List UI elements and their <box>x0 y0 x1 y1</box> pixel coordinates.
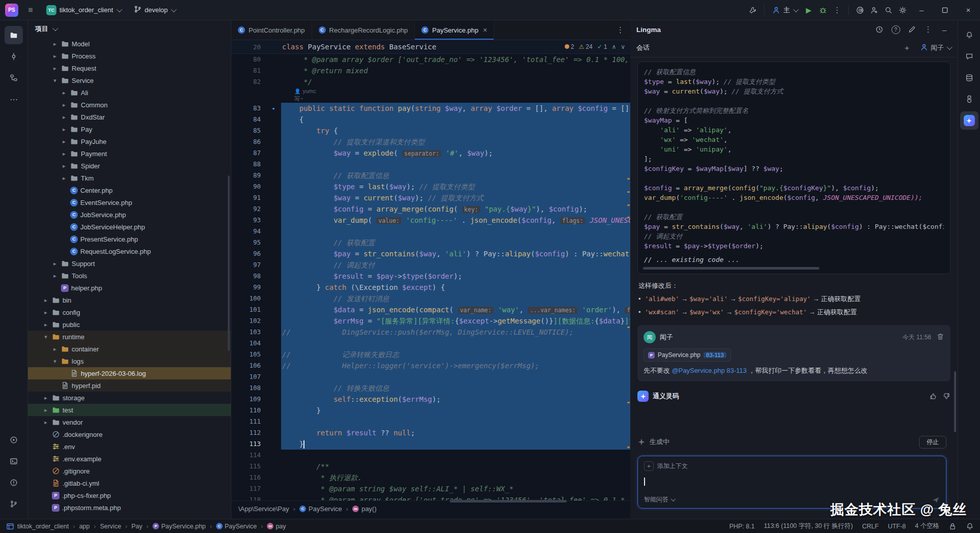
tool-assistant-button[interactable] <box>960 47 978 66</box>
tree-item-payjuhe[interactable]: ▸PayJuhe <box>28 135 231 147</box>
tool-terminal-button[interactable] <box>5 452 23 470</box>
tree-item-payment[interactable]: ▸Payment <box>28 147 231 160</box>
tree-item-hyperf-2026-03-06-log[interactable]: hyperf-2026-03-06.log <box>28 367 231 379</box>
next-issue-icon[interactable]: ∨ <box>621 43 625 50</box>
tab-pointcontroller-php[interactable]: CPointController.php <box>231 20 312 40</box>
tree-item-vendor[interactable]: ▸vendor <box>28 416 231 428</box>
thumbs-down-icon[interactable] <box>942 392 951 400</box>
tree-item-presentservice-php[interactable]: CPresentService.php <box>28 233 231 245</box>
breadcrumb-3[interactable]: mpay() <box>352 505 377 513</box>
mode-selector[interactable]: 智能问答 <box>644 495 668 504</box>
tool-structure-button[interactable] <box>5 69 23 87</box>
status-item-5[interactable]: 4 个空格 <box>915 522 939 530</box>
tree-item-request[interactable]: ▸Request <box>28 62 231 74</box>
tool-vcs-button[interactable] <box>5 495 23 513</box>
status-crumb-3[interactable]: Service <box>100 523 121 530</box>
file-reference-link[interactable]: @PayService.php 83-113 <box>672 367 747 374</box>
tree-item--env[interactable]: .env <box>28 440 231 453</box>
status-crumb-2[interactable]: app <box>79 523 90 530</box>
minimize-button[interactable]: – <box>910 0 933 20</box>
add-context-icon[interactable]: ＋ <box>644 461 654 471</box>
tool-lingma-button[interactable] <box>960 111 978 130</box>
status-item-2[interactable]: 113:6 (1100 字符, 30 行 换行符) <box>764 522 853 530</box>
add-context-label[interactable]: 添加上下文 <box>657 462 688 470</box>
usages-inlay[interactable]: 写~ <box>231 95 630 103</box>
status-item-1[interactable]: PHP: 8.1 <box>729 523 755 530</box>
tab-options-icon[interactable]: ⋮ <box>610 20 630 40</box>
tree-item-container[interactable]: ▸container <box>28 343 231 355</box>
more-actions-button[interactable]: ⋮ <box>830 3 844 17</box>
code-with-me-button[interactable] <box>853 3 867 17</box>
tool-more-horiz-button[interactable]: ⋯ <box>5 90 23 108</box>
status-crumb-5[interactable]: PPayService.php <box>152 523 206 530</box>
tool-problems-button[interactable] <box>5 473 23 492</box>
tab-payservice-php[interactable]: CPayService.php× <box>415 20 494 40</box>
project-panel-header[interactable]: 项目 <box>28 20 231 38</box>
tool-commit-button[interactable] <box>5 47 23 66</box>
tree-item-test[interactable]: ▸test <box>28 404 231 416</box>
tree-item-pay[interactable]: ▸Pay <box>28 123 231 135</box>
chat-scroll-area[interactable]: // 获取配置信息$type = last($way); // 提取支付类型$w… <box>630 57 958 450</box>
tool-folder-button[interactable] <box>5 26 23 44</box>
tree-item-jobservicehelper-php[interactable]: CJobServiceHelper.php <box>28 221 231 233</box>
run-configuration-selector[interactable]: 主 <box>769 3 802 17</box>
debug-button[interactable] <box>816 3 830 17</box>
tab-session[interactable]: 会话 <box>636 43 650 52</box>
tree-item-storage[interactable]: ▸storage <box>28 392 231 404</box>
run-button[interactable]: ▶ <box>802 3 816 17</box>
warning-count[interactable]: ⚠24 <box>579 43 593 50</box>
tree-item--gitignore[interactable]: .gitignore <box>28 465 231 477</box>
chat-scrollbar[interactable] <box>954 371 956 432</box>
author-inlay[interactable]: 👤yumc <box>231 87 630 95</box>
breadcrumb-2[interactable]: CPayService <box>299 505 342 513</box>
tab-rechargerecordlogic-php[interactable]: CRechargeRecordLogic.php <box>312 20 415 40</box>
editor-horizontal-scrollbar[interactable] <box>231 499 630 504</box>
tree-item-config[interactable]: ▸config <box>28 306 231 318</box>
tree-item-eventservice-php[interactable]: CEventService.php <box>28 196 231 209</box>
status-crumb-6[interactable]: CPayService <box>216 523 257 530</box>
tree-item-public[interactable]: ▸public <box>28 318 231 331</box>
tree-item--php-cs-fixer-php[interactable]: P.php-cs-fixer.php <box>28 489 231 501</box>
new-session-button[interactable]: ＋ <box>900 41 914 55</box>
code-editor-surface[interactable]: 80 * @param array $order ['out_trade_no'… <box>231 54 630 500</box>
tree-item--env-example[interactable]: .env.example <box>28 453 231 465</box>
tree-item--dockerignore[interactable]: .dockerignore <box>28 428 231 440</box>
tree-item-hyperf-pid[interactable]: hyperf.pid <box>28 379 231 392</box>
session-user-selector[interactable]: 闻子 <box>920 43 952 53</box>
tree-item-bin[interactable]: ▸bin <box>28 294 231 306</box>
settings-button[interactable] <box>896 3 910 17</box>
tool-notifications-button[interactable] <box>960 26 978 44</box>
invite-user-button[interactable] <box>867 3 881 17</box>
tree-item--phpstorm-meta-php[interactable]: P.phpstorm.meta.php <box>28 501 231 514</box>
lock-icon[interactable] <box>948 522 957 530</box>
more-vert-button[interactable]: ⋮ <box>921 22 935 37</box>
project-selector[interactable]: TC tiktok_order_client <box>43 3 125 17</box>
error-stripe[interactable] <box>627 54 630 500</box>
close-button[interactable]: × <box>957 0 980 20</box>
tool-window-widget-icon[interactable] <box>6 522 14 530</box>
tree-item-model[interactable]: ▸Model <box>28 38 231 50</box>
ok-count[interactable]: ✓1 <box>597 43 607 50</box>
tree-item-support[interactable]: ▸Support <box>28 257 231 270</box>
status-item-4[interactable]: UTF-8 <box>888 523 906 530</box>
tool-plugins-button[interactable] <box>960 90 978 108</box>
setup-environment-button[interactable] <box>746 3 760 17</box>
tree-item--gitlab-ci-yml[interactable]: .gitlab-ci.yml <box>28 477 231 489</box>
status-item-3[interactable]: CRLF <box>862 523 879 530</box>
tree-item-common[interactable]: ▸Common <box>28 99 231 111</box>
bell-icon[interactable] <box>966 522 974 530</box>
tree-item-tools[interactable]: ▸Tools <box>28 270 231 282</box>
tree-item-process[interactable]: ▸Process <box>28 50 231 62</box>
stop-button[interactable]: 停止 <box>919 436 946 449</box>
tree-item-ali[interactable]: ▸Ali <box>28 86 231 99</box>
close-tab-icon[interactable]: × <box>483 26 487 34</box>
tree-item-service[interactable]: ▾Service <box>28 74 231 86</box>
ai-gutter-icon[interactable]: ✦ <box>266 103 281 114</box>
search-everywhere-button[interactable] <box>881 3 896 17</box>
error-count[interactable]: 2 <box>565 43 574 50</box>
project-scrollbar[interactable] <box>228 175 230 351</box>
context-file-chip[interactable]: P PayService.php 83-113 <box>644 348 731 362</box>
tree-item-spider[interactable]: ▸Spider <box>28 160 231 172</box>
tree-item-jobservice-php[interactable]: CJobService.php <box>28 209 231 221</box>
main-menu-icon[interactable]: ≡ <box>23 3 38 17</box>
